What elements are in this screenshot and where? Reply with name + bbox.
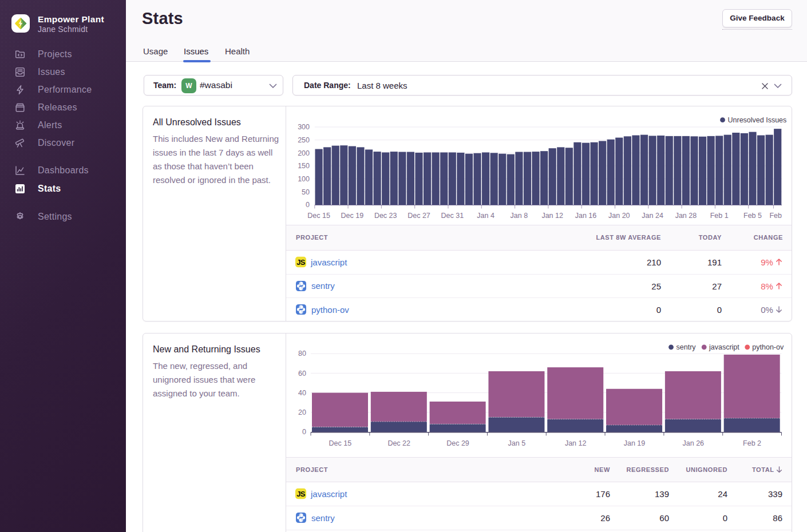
svg-text:Feb 5: Feb 5 (743, 212, 762, 220)
svg-text:Feb: Feb (769, 212, 782, 220)
svg-text:Unresolved Issues: Unresolved Issues (728, 116, 787, 124)
svg-text:0: 0 (306, 201, 310, 209)
svg-text:Dec 19: Dec 19 (341, 212, 364, 220)
svg-text:JS: JS (296, 490, 305, 498)
svg-text:Jan 19: Jan 19 (624, 439, 646, 447)
svg-text:200: 200 (298, 149, 310, 157)
svg-text:Dec 31: Dec 31 (441, 212, 464, 220)
svg-text:80: 80 (298, 350, 306, 358)
svg-text:40: 40 (298, 389, 306, 397)
svg-text:0: 0 (302, 428, 306, 436)
svg-text:Dec 27: Dec 27 (408, 212, 430, 220)
svg-text:Feb 2: Feb 2 (743, 439, 761, 447)
svg-text:Dec 29: Dec 29 (446, 439, 469, 447)
svg-text:Jan 12: Jan 12 (565, 439, 587, 447)
svg-text:sentry: sentry (677, 343, 697, 351)
svg-text:20: 20 (298, 408, 306, 416)
svg-text:Jan 28: Jan 28 (675, 212, 697, 220)
svg-text:JS: JS (296, 258, 305, 267)
svg-text:100: 100 (298, 175, 310, 183)
svg-text:Dec 23: Dec 23 (374, 212, 397, 220)
svg-text:python-ov: python-ov (752, 343, 784, 351)
svg-text:Jan 26: Jan 26 (683, 439, 705, 447)
svg-text:Dec 22: Dec 22 (387, 439, 410, 447)
svg-text:Dec 15: Dec 15 (307, 212, 330, 220)
svg-text:60: 60 (298, 370, 306, 378)
svg-text:Jan 20: Jan 20 (608, 212, 630, 220)
svg-text:Jan 12: Jan 12 (541, 212, 563, 220)
svg-text:50: 50 (302, 188, 310, 196)
svg-text:250: 250 (298, 136, 310, 144)
svg-text:Jan 16: Jan 16 (575, 212, 597, 220)
svg-text:Jan 4: Jan 4 (477, 212, 495, 220)
svg-text:Dec 15: Dec 15 (329, 439, 352, 447)
svg-text:Jan 24: Jan 24 (642, 212, 663, 220)
svg-text:Feb 1: Feb 1 (710, 212, 729, 220)
svg-text:javascript: javascript (709, 343, 739, 351)
svg-text:Jan 5: Jan 5 (508, 439, 526, 447)
svg-text:Jan 8: Jan 8 (511, 212, 528, 220)
svg-text:150: 150 (298, 162, 310, 170)
svg-text:300: 300 (298, 123, 310, 131)
